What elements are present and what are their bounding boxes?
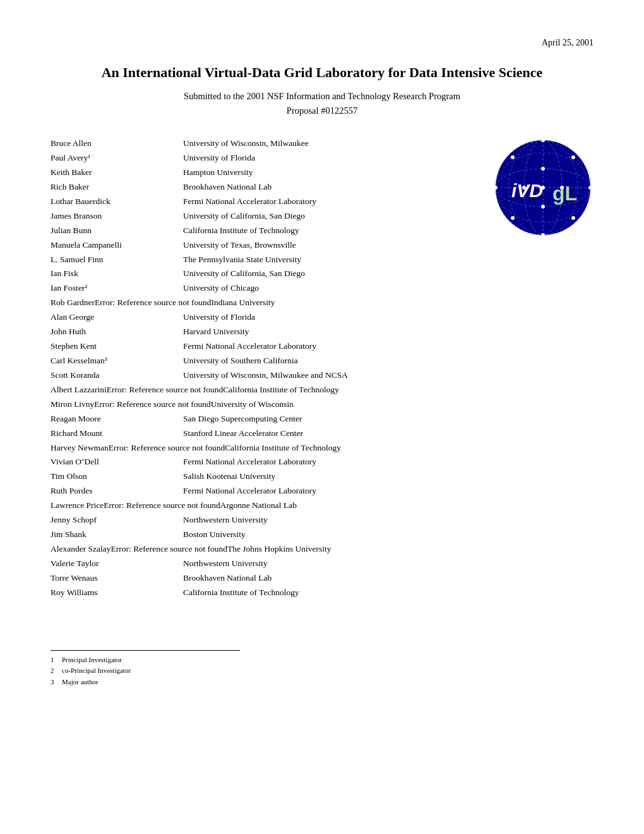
author-name: Bruce Allen (51, 137, 183, 150)
author-name: Alan George (51, 311, 183, 324)
author-affiliation: Fermi National Accelerator Laboratory (183, 485, 593, 498)
svg-point-11 (494, 186, 498, 190)
date-line: April 25, 2001 (51, 38, 593, 48)
author-name: Harvey NewmanError: Reference source not… (51, 442, 225, 455)
author-affiliation: University of Southern California (183, 354, 593, 368)
author-row: Torre WenausBrookhaven National Lab (51, 572, 593, 585)
author-row: Stephen KentFermi National Accelerator L… (51, 340, 593, 353)
author-affiliation: Harvard University (183, 325, 593, 339)
author-row: Valerie TaylorNorthwestern University (51, 557, 593, 571)
author-affiliation: Brookhaven National Lab (183, 572, 593, 585)
author-affiliation: Argonne National Lab (220, 499, 593, 512)
footnote-number: 2 (51, 665, 58, 677)
author-row: Ian FiskUniversity of California, San Di… (51, 267, 593, 281)
author-affiliation: Fermi National Accelerator Laboratory (183, 340, 593, 353)
author-name: Ian Foster² (51, 282, 183, 295)
author-affiliation: University of Chicago (183, 282, 593, 295)
author-affiliation: University of Texas, Brownsville (183, 239, 593, 252)
author-affiliation: University of California, San Diego (183, 267, 593, 281)
footnote-number: 1 (51, 655, 58, 666)
author-row: Miron LivnyError: Reference source not f… (51, 398, 593, 411)
author-name: Jim Shank (51, 528, 183, 541)
subtitle: Submitted to the 2001 NSF Information an… (51, 89, 593, 118)
author-row: Tim OlsonSalish Kootenai University (51, 470, 593, 483)
author-affiliation: Boston University (183, 528, 593, 541)
svg-point-9 (541, 138, 545, 142)
svg-point-12 (588, 186, 592, 190)
author-row: Carl Kesselman³University of Southern Ca… (51, 354, 593, 368)
author-affiliation: San Diego Supercomputing Center (183, 413, 593, 426)
author-name: Carl Kesselman³ (51, 354, 183, 368)
footnotes-section: 1Principal Investigator2co-Principal Inv… (51, 650, 240, 688)
authors-section: iVD gL Bruce AllenUniversity of Wisconsi… (51, 137, 593, 600)
author-name: Rob GardnerError: Reference source not f… (51, 296, 212, 310)
ivdgl-logo: iVD gL (492, 137, 593, 238)
footnote-text: Major author (62, 677, 98, 688)
author-name: Scott Koranda (51, 369, 183, 382)
author-affiliation: Indiana University (212, 296, 593, 310)
svg-point-16 (571, 216, 575, 220)
author-affiliation: Fermi National Accelerator Laboratory (183, 456, 593, 469)
footnote-number: 3 (51, 677, 58, 688)
main-title: An International Virtual-Data Grid Labor… (51, 63, 593, 83)
author-row: Ian Foster²University of Chicago (51, 282, 593, 295)
author-name: Miron LivnyError: Reference source not f… (51, 398, 211, 411)
author-row: Ruth PordesFermi National Accelerator La… (51, 485, 593, 498)
author-name: Paul Avery¹ (51, 152, 183, 165)
author-affiliation: California Institute of Technology (183, 586, 593, 600)
svg-point-14 (571, 155, 575, 159)
author-name: Reagan Moore (51, 413, 183, 426)
author-affiliation: Salish Kootenai University (183, 470, 593, 483)
author-name: Torre Wenaus (51, 572, 183, 585)
author-name: Julian Bunn (51, 224, 183, 238)
author-row: Richard MountStanford Linear Accelerator… (51, 427, 593, 440)
author-name: Jenny Schopf (51, 514, 183, 527)
author-row: Lawrence PriceError: Reference source no… (51, 499, 593, 512)
footnote-item: 3Major author (51, 677, 240, 688)
svg-point-10 (541, 233, 545, 237)
svg-point-15 (511, 216, 515, 220)
author-affiliation: Northwestern University (183, 557, 593, 571)
author-name: Stephen Kent (51, 340, 183, 353)
author-row: Jim ShankBoston University (51, 528, 593, 541)
author-name: Alexander SzalayError: Reference source … (51, 543, 227, 556)
author-affiliation: California Institute of Technology (225, 442, 593, 455)
author-row: Harvey NewmanError: Reference source not… (51, 442, 593, 455)
author-row: Scott KorandaUniversity of Wisconsin, Mi… (51, 369, 593, 382)
author-name: Rich Baker (51, 181, 183, 194)
author-name: Roy Williams (51, 586, 183, 600)
footnote-item: 1Principal Investigator (51, 655, 240, 666)
author-row: Albert LazzariniError: Reference source … (51, 384, 593, 397)
author-affiliation: The Johns Hopkins University (227, 543, 593, 556)
author-name: Ruth Pordes (51, 485, 183, 498)
footnote-text: co-Principal Investigator (62, 665, 131, 677)
author-name: Vivian O’Dell (51, 456, 183, 469)
author-affiliation: University of Wisconsin (211, 398, 593, 411)
author-affiliation: University of Wisconsin, Milwaukee and N… (183, 369, 593, 382)
author-row: Vivian O’DellFermi National Accelerator … (51, 456, 593, 469)
author-row: Rob GardnerError: Reference source not f… (51, 296, 593, 310)
author-name: Ian Fisk (51, 267, 183, 281)
author-name: James Branson (51, 210, 183, 223)
author-name: Lawrence PriceError: Reference source no… (51, 499, 220, 512)
author-row: Roy WilliamsCalifornia Institute of Tech… (51, 586, 593, 600)
author-name: Keith Baker (51, 166, 183, 179)
svg-text:iVD: iVD (511, 180, 543, 201)
author-name: Richard Mount (51, 427, 183, 440)
author-name: John Huth (51, 325, 183, 339)
author-name: Albert LazzariniError: Reference source … (51, 384, 223, 397)
svg-point-17 (541, 167, 545, 171)
footnote-item: 2co-Principal Investigator (51, 665, 240, 677)
author-row: Jenny SchopfNorthwestern University (51, 514, 593, 527)
author-name: L. Samuel Finn (51, 253, 183, 267)
author-name: Valerie Taylor (51, 557, 183, 571)
author-row: Alan GeorgeUniversity of Florida (51, 311, 593, 324)
author-affiliation: California Institute of Technology (223, 384, 593, 397)
author-name: Tim Olson (51, 470, 183, 483)
author-row: L. Samuel FinnThe Pennsylvania State Uni… (51, 253, 593, 267)
author-row: Manuela CampanelliUniversity of Texas, B… (51, 239, 593, 252)
author-affiliation: Stanford Linear Accelerator Center (183, 427, 593, 440)
author-affiliation: The Pennsylvania State University (183, 253, 593, 267)
author-affiliation: Northwestern University (183, 514, 593, 527)
author-name: Manuela Campanelli (51, 239, 183, 252)
